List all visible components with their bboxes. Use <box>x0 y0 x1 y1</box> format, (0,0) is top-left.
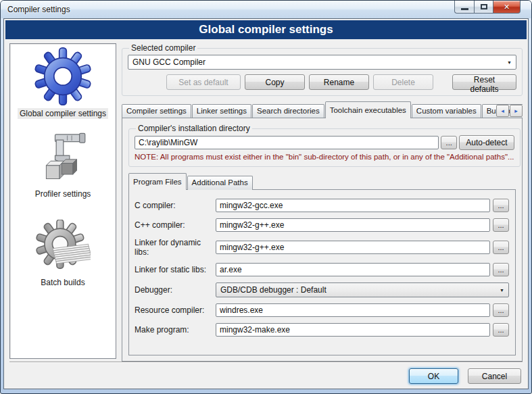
sidebar-item-profiler-settings[interactable]: Profiler settings <box>33 131 93 199</box>
sidebar-item-batch-builds[interactable]: Batch builds <box>35 220 91 288</box>
tab-scroll-right-button[interactable]: ▸ <box>510 105 523 117</box>
browse-button[interactable]: ... <box>493 218 509 232</box>
compiler-action-button[interactable]: Delete <box>373 74 433 90</box>
field-row: Debugger: GDB/CDB debugger : Default ▼ <box>135 282 509 297</box>
compiler-action-button[interactable]: Rename <box>309 74 369 90</box>
field-label: Resource compiler: <box>135 305 216 315</box>
browse-button[interactable]: ... <box>493 241 509 254</box>
footer: OK Cancel <box>4 362 528 389</box>
settings-tab[interactable]: Custom variables <box>412 104 481 118</box>
close-button[interactable]: ✕ <box>493 1 521 14</box>
chevron-down-icon: ▼ <box>500 288 504 293</box>
field-row: Linker for static libs: ar.exe ▼ ... <box>135 263 509 276</box>
chevron-down-icon: ▼ <box>507 60 512 65</box>
browse-directory-button[interactable]: ... <box>441 136 457 149</box>
field-input[interactable] <box>216 263 490 276</box>
sidebar-item-label: Global compiler settings <box>18 108 108 119</box>
main-panel: Selected compiler GNU GCC Compiler ▼ Set… <box>122 43 523 362</box>
dialog-body: Global compiler settings <box>3 18 529 389</box>
field-label: Make program: <box>135 325 216 335</box>
close-icon: ✕ <box>504 3 510 11</box>
arrow-left-icon: ◂ <box>501 107 504 114</box>
compiler-action-button[interactable]: Reset defaults <box>452 74 516 90</box>
caliper-cubes-icon <box>35 131 91 187</box>
field-row: C++ compiler: mingw32-g++.exe ▼ ... <box>135 218 509 232</box>
minimize-icon <box>461 8 468 10</box>
field-row: Linker for dynamic libs: mingw32-g++.exe… <box>135 238 509 257</box>
field-row: C compiler: mingw32-gcc.exe ▼ ... <box>135 199 509 212</box>
browse-button[interactable]: ... <box>493 263 509 276</box>
field-label: Linker for dynamic libs: <box>135 238 216 257</box>
field-input[interactable] <box>216 323 490 337</box>
installation-directory-input[interactable] <box>135 136 439 149</box>
field-label: Debugger: <box>135 285 216 295</box>
selected-compiler-group: Selected compiler GNU GCC Compiler ▼ Set… <box>122 43 523 96</box>
settings-tab[interactable]: Linker settings <box>192 104 251 118</box>
settings-tab[interactable]: Compiler settings <box>122 104 191 118</box>
compiler-combobox-value: GNU GCC Compiler <box>132 57 205 67</box>
maximize-icon <box>481 4 487 9</box>
field-row: Resource compiler: windres.exe ▼ ... <box>135 303 509 317</box>
tab-scroll-buttons: ◂ ▸ <box>495 105 523 117</box>
tab-scroll-left-button[interactable]: ◂ <box>496 105 509 117</box>
compiler-action-button[interactable]: Copy <box>245 74 305 90</box>
compiler-settings-window: Compiler settings ✕ Global compiler sett… <box>0 0 532 394</box>
field-input[interactable] <box>216 303 490 317</box>
field-label: C compiler: <box>135 201 216 210</box>
arrow-right-icon: ▸ <box>514 107 518 114</box>
content: Global compiler settings <box>4 43 528 362</box>
field-label: C++ compiler: <box>135 220 216 230</box>
field-input[interactable] <box>216 241 490 254</box>
page-title: Global compiler settings <box>199 23 333 36</box>
window-controls: ✕ <box>454 1 521 14</box>
sidebar-item-global-compiler-settings[interactable]: Global compiler settings <box>18 47 108 119</box>
ok-button[interactable]: OK <box>409 368 458 384</box>
program-files-panel: C compiler: mingw32-gcc.exe ▼ ... C++ co… <box>128 189 516 355</box>
dialog-header: Global compiler settings <box>5 20 527 39</box>
field-row: Make program: mingw32-make.exe ▼ ... <box>135 323 509 337</box>
sidebar: Global compiler settings <box>9 43 116 359</box>
window-title: Compiler settings <box>7 5 70 14</box>
sidebar-item-label: Batch builds <box>39 277 87 288</box>
maximize-button[interactable] <box>474 1 493 14</box>
settings-tabstrip: ◂ ▸ Compiler settingsLinker settingsSear… <box>122 101 523 118</box>
field-input[interactable] <box>216 199 490 212</box>
browse-button[interactable]: ... <box>493 303 509 317</box>
installation-directory-legend: Compiler's installation directory <box>136 124 252 133</box>
compiler-action-button[interactable]: Set as default <box>166 74 241 90</box>
browse-button[interactable]: ... <box>493 199 509 212</box>
browse-button[interactable]: ... <box>493 323 509 337</box>
toolchain-tab-panel: Compiler's installation directory ... Au… <box>122 118 523 362</box>
compiler-combobox[interactable]: GNU GCC Compiler ▼ <box>128 55 516 70</box>
gray-gear-stack-icon <box>35 220 91 275</box>
program-tabstrip: Program FilesAdditional Paths <box>128 173 516 190</box>
installation-directory-group: Compiler's installation directory ... Au… <box>128 124 521 167</box>
auto-detect-button[interactable]: Auto-detect <box>459 135 514 150</box>
field-label: Linker for static libs: <box>135 265 216 274</box>
minimize-button[interactable] <box>454 1 474 14</box>
debugger-combobox[interactable]: GDB/CDB debugger : Default ▼ <box>216 282 509 297</box>
separator-line <box>9 362 523 363</box>
note-text: NOTE: All programs must exist either in … <box>135 153 514 161</box>
compiler-buttons: Set as defaultCopyRenameDeleteReset defa… <box>128 74 516 90</box>
selected-compiler-legend: Selected compiler <box>129 43 197 53</box>
blue-gear-icon <box>33 47 93 106</box>
settings-tab[interactable]: Toolchain executables <box>325 101 411 118</box>
program-tab[interactable]: Additional Paths <box>187 176 253 190</box>
program-files-section: Program FilesAdditional Paths C compiler… <box>128 173 516 355</box>
sidebar-item-label: Profiler settings <box>33 189 93 199</box>
settings-tab[interactable]: Search directories <box>252 104 324 118</box>
program-tab[interactable]: Program Files <box>128 173 187 190</box>
titlebar[interactable]: Compiler settings <box>1 1 531 18</box>
cancel-button[interactable]: Cancel <box>468 368 521 384</box>
debugger-combobox-value: GDB/CDB debugger : Default <box>220 285 327 295</box>
field-input[interactable] <box>216 218 490 232</box>
